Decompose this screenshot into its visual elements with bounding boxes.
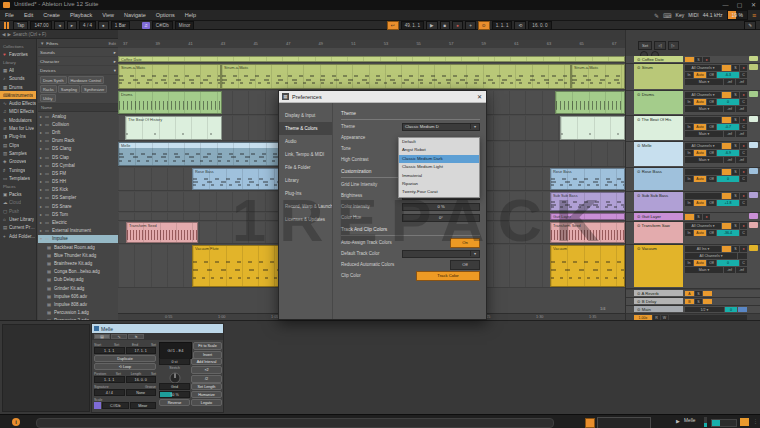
header-field[interactable]: All Channels ▾ — [685, 253, 737, 259]
sidebar-item-current-project[interactable]: ▤Current Project — [0, 224, 36, 232]
search-input[interactable]: Search (Ctrl + F) — [13, 32, 46, 37]
overview-swatch[interactable] — [749, 213, 758, 219]
loop-start-field[interactable]: 1. 1. 1 — [492, 21, 513, 30]
track-overview-strip[interactable] — [749, 30, 759, 320]
theme-option-angst-robot[interactable]: Angst Robot — [399, 146, 479, 154]
device-ds-cymbal[interactable]: ▸▭DS Cymbal — [38, 161, 118, 169]
orange-badge[interactable] — [685, 214, 694, 220]
preview-volume-slider[interactable] — [711, 419, 737, 427]
header-field[interactable]: Off — [707, 230, 716, 236]
clip-start-field[interactable]: 1. 1. 1 — [94, 347, 125, 354]
half-tempo-button[interactable]: /2 — [191, 375, 222, 383]
header-field[interactable]: All Channels ▾ — [685, 65, 721, 71]
header-field[interactable]: -inf — [724, 131, 735, 137]
automation-arm-toggle[interactable]: ⊙ — [478, 21, 490, 30]
fit-to-scale-button[interactable]: Fit to Scale — [193, 342, 222, 350]
volume-field[interactable]: -36.4 — [717, 230, 739, 236]
theme-option-immaterial[interactable]: Immaterial — [399, 172, 479, 180]
device-drift[interactable]: ▸▭Drift — [38, 128, 118, 136]
scale-root-select[interactable]: C#/Db — [102, 402, 129, 409]
arrangement-position-field[interactable]: 49. 1. 1 — [401, 21, 424, 30]
capture-midi-button[interactable]: + — [465, 21, 476, 30]
header-field[interactable]: S — [732, 143, 739, 149]
header-field[interactable]: S — [695, 299, 702, 304]
header-field[interactable]: S — [732, 117, 739, 123]
header-field[interactable]: ● — [740, 169, 747, 175]
header-field[interactable]: C — [740, 99, 747, 105]
preset-impulse-808-adv[interactable]: ▤Impulse 808.adv — [38, 300, 118, 308]
sidebar-item-templates[interactable]: ▭Templates — [0, 174, 36, 182]
header-field[interactable]: ● — [703, 57, 710, 62]
maximize-button[interactable]: ▢ — [733, 0, 746, 10]
prefs-tab-theme-colors[interactable]: Theme & Colors — [279, 122, 332, 135]
prefs-tab-library[interactable]: Library — [279, 174, 332, 187]
header-field[interactable]: -inf — [736, 131, 747, 137]
header-field[interactable]: In — [685, 200, 693, 206]
scale-root-field[interactable]: C#/Db — [152, 21, 173, 30]
preset-brainfreeze-kit-adg[interactable]: ▤Brainfreeze Kit.adg — [38, 259, 118, 267]
slider-color-intensity[interactable]: 0 % — [402, 203, 480, 211]
header-field[interactable]: S — [732, 223, 739, 229]
header-field[interactable]: ● — [703, 214, 710, 220]
dropdown-theme[interactable]: Classic Medium D▾ — [402, 123, 480, 131]
clip-strum-a-matic[interactable]: Strum-a-Matic — [118, 64, 221, 89]
volume-field[interactable]: 0 — [717, 260, 739, 266]
toggle-reduced-automatic-colors[interactable]: Off — [450, 260, 480, 270]
prefs-tab-link-tempo-midi[interactable]: Link, Tempo & MIDI — [279, 148, 332, 161]
sidebar-item-user-library[interactable]: ⌂User Library — [0, 215, 36, 223]
header-field[interactable]: ● — [740, 65, 747, 71]
theme-option-twenty-four-carat[interactable]: Twenty-Four Carat — [399, 188, 479, 196]
clip-sub-sub-bass[interactable]: Sub Sub Bass — [550, 192, 625, 211]
header-field[interactable]: Off — [707, 176, 716, 182]
legato-button[interactable]: Legato — [191, 399, 222, 406]
volume-field[interactable]: 0 — [717, 99, 739, 105]
header-field[interactable]: C — [740, 124, 747, 130]
scale-mode-icon[interactable] — [94, 402, 101, 409]
color-select-default-track-color[interactable]: ▾ — [402, 250, 480, 258]
main-track-header[interactable]: ⊙ Main1/2 ▾0 — [626, 306, 760, 314]
header-field[interactable]: -inf — [724, 267, 735, 273]
next-locator-icon[interactable]: ▷ — [668, 41, 679, 50]
clip-tab-expression[interactable]: ≋ — [128, 334, 144, 339]
info-icon[interactable]: i — [12, 418, 20, 426]
sidebar-item-instruments[interactable]: ⌨Instruments — [0, 91, 36, 99]
menu-help[interactable]: Help — [180, 10, 201, 20]
back-arrow-icon[interactable]: ◀ — [2, 32, 5, 37]
orange-badge[interactable] — [703, 291, 712, 296]
play-button[interactable]: ▶ — [426, 21, 438, 30]
header-field[interactable]: C — [740, 176, 747, 182]
clip-coffee-date[interactable]: Coffee Date — [118, 56, 625, 62]
orange-badge[interactable] — [722, 246, 731, 252]
theme-option-riparian[interactable]: Riparian — [399, 180, 479, 188]
track-lane-strum[interactable]: Strum-a-MaticStrum-a-MaticStrum-a-Matic — [118, 64, 625, 90]
clip-rose-bass[interactable]: Rose Bass — [550, 168, 625, 190]
clip-vacuum[interactable]: Vacuum — [550, 245, 625, 287]
preferences-title-bar[interactable]: ▦ Preferences ✕ — [279, 91, 486, 103]
header-field[interactable]: ● — [740, 246, 747, 252]
clip-transform-seed[interactable]: Transform Seed — [126, 222, 198, 243]
header-field[interactable]: Main ▾ — [685, 267, 723, 273]
header-field[interactable] — [685, 117, 721, 123]
orange-badge[interactable] — [722, 117, 731, 123]
track-header-rose-bass[interactable]: ⊙ Rose BassS●InAutoOff0C — [626, 168, 760, 192]
preset-blue-thunder-kit-adg[interactable]: ▤Blue Thunder Kit.adg — [38, 251, 118, 259]
header-field[interactable]: C — [740, 72, 747, 78]
orange-badge[interactable]: Auto — [694, 260, 706, 266]
preset-grinder-kit-adg[interactable]: ▤Grinder Kit.adg — [38, 284, 118, 292]
signature-field[interactable]: 4 / 4 — [94, 389, 125, 396]
header-field[interactable]: Main ▾ — [685, 79, 723, 85]
header-field[interactable]: In — [685, 230, 693, 236]
header-field[interactable]: -inf — [724, 79, 735, 85]
preset-percussion-1-adg[interactable]: ▤Percussion 1.adg — [38, 309, 118, 317]
header-field[interactable]: S — [732, 65, 739, 71]
add-interval-button[interactable]: Add Interval — [191, 358, 222, 365]
loop-length-field[interactable]: 16. 0. 0 — [528, 21, 551, 30]
tag-synthesizer[interactable]: Synthesizer — [81, 85, 107, 93]
humanize-button[interactable]: Humanize — [191, 391, 222, 398]
track-lane-coffee-date[interactable]: Coffee Date — [118, 56, 625, 63]
volume-field[interactable]: -6.3 — [717, 72, 739, 78]
theme-option-classic-medium-dark[interactable]: Classic Medium Dark — [399, 155, 479, 163]
clip-tab-envelopes[interactable]: ∿ — [111, 334, 127, 339]
header-field[interactable]: Main ▾ — [685, 131, 723, 137]
header-field[interactable]: -inf — [736, 267, 747, 273]
